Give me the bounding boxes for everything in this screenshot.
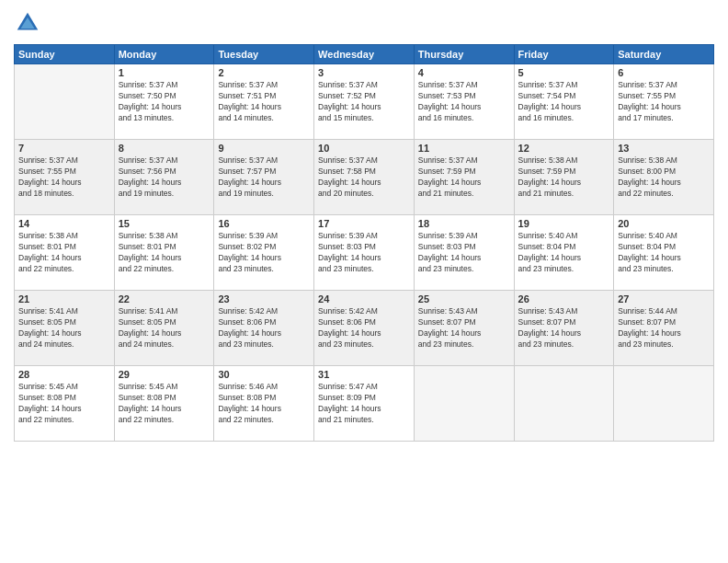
calendar-day-cell: 20Sunrise: 5:40 AM Sunset: 8:04 PM Dayli… xyxy=(614,215,714,291)
calendar-week-row: 28Sunrise: 5:45 AM Sunset: 8:08 PM Dayli… xyxy=(15,366,714,442)
calendar-week-row: 14Sunrise: 5:38 AM Sunset: 8:01 PM Dayli… xyxy=(15,215,714,291)
day-number: 4 xyxy=(418,67,510,78)
day-number: 16 xyxy=(218,218,310,229)
day-info: Sunrise: 5:37 AM Sunset: 7:57 PM Dayligh… xyxy=(218,155,310,200)
calendar-day-cell: 31Sunrise: 5:47 AM Sunset: 8:09 PM Dayli… xyxy=(314,366,415,442)
calendar-day-cell: 22Sunrise: 5:41 AM Sunset: 8:05 PM Dayli… xyxy=(114,291,214,366)
day-number: 28 xyxy=(18,369,110,380)
day-info: Sunrise: 5:41 AM Sunset: 8:05 PM Dayligh… xyxy=(18,306,110,350)
calendar-week-row: 7Sunrise: 5:37 AM Sunset: 7:55 PM Daylig… xyxy=(15,140,714,215)
calendar-day-cell: 15Sunrise: 5:38 AM Sunset: 8:01 PM Dayli… xyxy=(114,215,214,291)
day-info: Sunrise: 5:39 AM Sunset: 8:02 PM Dayligh… xyxy=(218,231,310,275)
calendar-day-cell: 3Sunrise: 5:37 AM Sunset: 7:52 PM Daylig… xyxy=(314,64,415,140)
day-info: Sunrise: 5:46 AM Sunset: 8:08 PM Dayligh… xyxy=(218,382,310,426)
day-number: 30 xyxy=(218,369,310,380)
day-number: 23 xyxy=(218,293,310,304)
day-info: Sunrise: 5:44 AM Sunset: 8:07 PM Dayligh… xyxy=(618,306,710,350)
day-number: 13 xyxy=(618,143,710,154)
day-info: Sunrise: 5:45 AM Sunset: 8:08 PM Dayligh… xyxy=(18,382,110,426)
day-number: 22 xyxy=(119,293,210,304)
day-number: 19 xyxy=(518,218,610,229)
day-info: Sunrise: 5:39 AM Sunset: 8:03 PM Dayligh… xyxy=(318,231,410,275)
calendar-day-cell: 2Sunrise: 5:37 AM Sunset: 7:51 PM Daylig… xyxy=(214,64,314,140)
calendar-day-cell: 25Sunrise: 5:43 AM Sunset: 8:07 PM Dayli… xyxy=(414,291,514,366)
day-number: 8 xyxy=(119,143,210,154)
day-number: 27 xyxy=(618,293,710,304)
day-info: Sunrise: 5:38 AM Sunset: 8:01 PM Dayligh… xyxy=(119,231,210,275)
calendar-day-cell xyxy=(614,366,714,442)
day-info: Sunrise: 5:47 AM Sunset: 8:09 PM Dayligh… xyxy=(318,382,410,426)
calendar-day-cell xyxy=(514,366,614,442)
calendar-header-row: SundayMondayTuesdayWednesdayThursdayFrid… xyxy=(15,45,714,64)
calendar-table: SundayMondayTuesdayWednesdayThursdayFrid… xyxy=(14,44,714,442)
calendar-day-cell: 12Sunrise: 5:38 AM Sunset: 7:59 PM Dayli… xyxy=(514,140,614,215)
calendar-day-cell: 26Sunrise: 5:43 AM Sunset: 8:07 PM Dayli… xyxy=(514,291,614,366)
logo-icon xyxy=(14,9,41,37)
weekday-header: Tuesday xyxy=(214,45,314,64)
day-number: 14 xyxy=(18,218,110,229)
day-info: Sunrise: 5:38 AM Sunset: 8:00 PM Dayligh… xyxy=(618,155,710,200)
calendar-day-cell: 28Sunrise: 5:45 AM Sunset: 8:08 PM Dayli… xyxy=(15,366,115,442)
calendar-day-cell: 17Sunrise: 5:39 AM Sunset: 8:03 PM Dayli… xyxy=(314,215,415,291)
calendar-day-cell: 6Sunrise: 5:37 AM Sunset: 7:55 PM Daylig… xyxy=(614,64,714,140)
day-number: 9 xyxy=(218,143,310,154)
weekday-header: Monday xyxy=(114,45,214,64)
calendar-day-cell: 19Sunrise: 5:40 AM Sunset: 8:04 PM Dayli… xyxy=(514,215,614,291)
day-number: 5 xyxy=(518,67,610,78)
day-number: 21 xyxy=(18,293,110,304)
day-number: 12 xyxy=(518,143,610,154)
day-number: 31 xyxy=(318,369,410,380)
weekday-header: Saturday xyxy=(614,45,714,64)
calendar-day-cell: 21Sunrise: 5:41 AM Sunset: 8:05 PM Dayli… xyxy=(15,291,115,366)
day-info: Sunrise: 5:37 AM Sunset: 7:55 PM Dayligh… xyxy=(18,155,110,200)
calendar-day-cell: 11Sunrise: 5:37 AM Sunset: 7:59 PM Dayli… xyxy=(414,140,514,215)
day-number: 2 xyxy=(218,67,310,78)
day-number: 6 xyxy=(618,67,710,78)
day-info: Sunrise: 5:40 AM Sunset: 8:04 PM Dayligh… xyxy=(518,231,610,275)
calendar-day-cell: 30Sunrise: 5:46 AM Sunset: 8:08 PM Dayli… xyxy=(214,366,314,442)
day-info: Sunrise: 5:37 AM Sunset: 7:53 PM Dayligh… xyxy=(418,80,510,124)
day-info: Sunrise: 5:38 AM Sunset: 8:01 PM Dayligh… xyxy=(18,231,110,275)
day-info: Sunrise: 5:37 AM Sunset: 7:56 PM Dayligh… xyxy=(119,155,210,200)
calendar-day-cell: 14Sunrise: 5:38 AM Sunset: 8:01 PM Dayli… xyxy=(15,215,115,291)
calendar-day-cell: 10Sunrise: 5:37 AM Sunset: 7:58 PM Dayli… xyxy=(314,140,415,215)
day-info: Sunrise: 5:42 AM Sunset: 8:06 PM Dayligh… xyxy=(218,306,310,350)
calendar-day-cell: 9Sunrise: 5:37 AM Sunset: 7:57 PM Daylig… xyxy=(214,140,314,215)
day-number: 29 xyxy=(119,369,210,380)
calendar-week-row: 21Sunrise: 5:41 AM Sunset: 8:05 PM Dayli… xyxy=(15,291,714,366)
weekday-header: Sunday xyxy=(15,45,115,64)
calendar-day-cell: 4Sunrise: 5:37 AM Sunset: 7:53 PM Daylig… xyxy=(414,64,514,140)
day-info: Sunrise: 5:37 AM Sunset: 7:59 PM Dayligh… xyxy=(418,155,510,200)
calendar-week-row: 1Sunrise: 5:37 AM Sunset: 7:50 PM Daylig… xyxy=(15,64,714,140)
day-info: Sunrise: 5:37 AM Sunset: 7:52 PM Dayligh… xyxy=(318,80,410,124)
calendar-day-cell xyxy=(414,366,514,442)
calendar-day-cell: 5Sunrise: 5:37 AM Sunset: 7:54 PM Daylig… xyxy=(514,64,614,140)
day-number: 11 xyxy=(418,143,510,154)
logo xyxy=(14,9,45,37)
day-info: Sunrise: 5:45 AM Sunset: 8:08 PM Dayligh… xyxy=(119,382,210,426)
calendar-day-cell: 18Sunrise: 5:39 AM Sunset: 8:03 PM Dayli… xyxy=(414,215,514,291)
day-info: Sunrise: 5:37 AM Sunset: 7:58 PM Dayligh… xyxy=(318,155,410,200)
calendar-day-cell: 23Sunrise: 5:42 AM Sunset: 8:06 PM Dayli… xyxy=(214,291,314,366)
day-number: 1 xyxy=(119,67,210,78)
day-number: 10 xyxy=(318,143,410,154)
calendar-day-cell: 27Sunrise: 5:44 AM Sunset: 8:07 PM Dayli… xyxy=(614,291,714,366)
day-info: Sunrise: 5:43 AM Sunset: 8:07 PM Dayligh… xyxy=(418,306,510,350)
calendar-day-cell xyxy=(15,64,115,140)
calendar-day-cell: 24Sunrise: 5:42 AM Sunset: 8:06 PM Dayli… xyxy=(314,291,415,366)
day-number: 25 xyxy=(418,293,510,304)
calendar-day-cell: 13Sunrise: 5:38 AM Sunset: 8:00 PM Dayli… xyxy=(614,140,714,215)
day-info: Sunrise: 5:37 AM Sunset: 7:50 PM Dayligh… xyxy=(119,80,210,124)
day-number: 15 xyxy=(119,218,210,229)
day-number: 17 xyxy=(318,218,410,229)
calendar-day-cell: 7Sunrise: 5:37 AM Sunset: 7:55 PM Daylig… xyxy=(15,140,115,215)
day-info: Sunrise: 5:38 AM Sunset: 7:59 PM Dayligh… xyxy=(518,155,610,200)
calendar-day-cell: 29Sunrise: 5:45 AM Sunset: 8:08 PM Dayli… xyxy=(114,366,214,442)
day-number: 18 xyxy=(418,218,510,229)
day-number: 26 xyxy=(518,293,610,304)
day-number: 3 xyxy=(318,67,410,78)
weekday-header: Wednesday xyxy=(314,45,415,64)
weekday-header: Friday xyxy=(514,45,614,64)
day-info: Sunrise: 5:39 AM Sunset: 8:03 PM Dayligh… xyxy=(418,231,510,275)
day-number: 24 xyxy=(318,293,410,304)
